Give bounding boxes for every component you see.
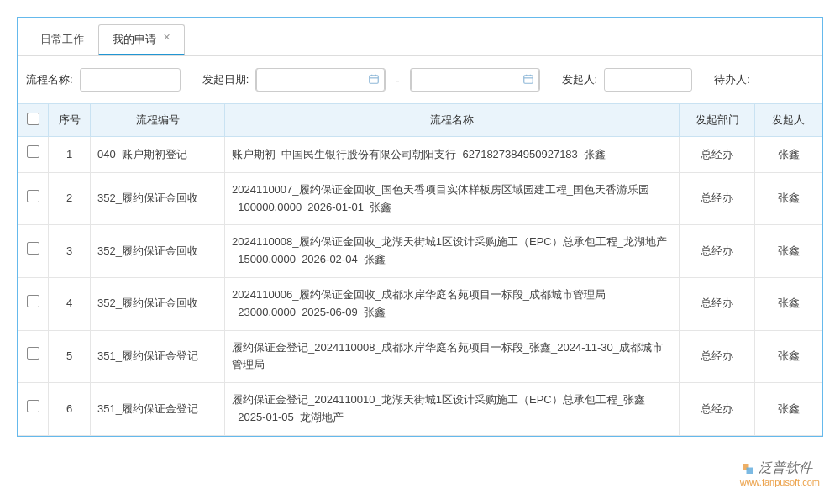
start-date-from-input[interactable] — [256, 68, 385, 92]
cell-person: 张鑫 — [755, 172, 822, 225]
tab-bar: 日常工作 我的申请 ✕ — [18, 18, 822, 56]
cell-seq: 6 — [49, 383, 91, 436]
cell-name: 2024110007_履约保证金回收_国色天香项目实体样板房区域园建工程_国色天… — [225, 172, 680, 225]
row-checkbox-cell — [18, 137, 49, 173]
table-row[interactable]: 4352_履约保证金回收2024110006_履约保证金回收_成都水岸华庭名苑项… — [18, 277, 822, 330]
cell-person: 张鑫 — [755, 137, 822, 173]
start-date-to-group[interactable] — [410, 68, 540, 92]
table-row[interactable]: 5351_履约保证金登记履约保证金登记_2024110008_成都水岸华庭名苑项… — [18, 330, 822, 383]
process-name-input[interactable] — [80, 68, 181, 92]
table-row[interactable]: 2352_履约保证金回收2024110007_履约保证金回收_国色天香项目实体样… — [18, 172, 822, 225]
cell-seq: 5 — [49, 330, 91, 383]
calendar-icon[interactable] — [368, 73, 380, 87]
cell-person: 张鑫 — [755, 225, 822, 278]
cell-code: 351_履约保证金登记 — [91, 330, 225, 383]
initiator-label: 发起人: — [562, 72, 598, 87]
cell-dept: 总经办 — [680, 225, 755, 278]
cell-dept: 总经办 — [680, 277, 755, 330]
select-all-checkbox[interactable] — [27, 113, 39, 125]
cell-code: 352_履约保证金回收 — [91, 172, 225, 225]
cell-name: 履约保证金登记_2024110008_成都水岸华庭名苑项目一标段_张鑫_2024… — [225, 330, 680, 383]
tab-label: 日常工作 — [40, 33, 84, 45]
filter-bar: 流程名称: 发起日期: - 发起人: 待办人: — [18, 56, 822, 103]
table-row[interactable]: 6351_履约保证金登记履约保证金登记_2024110010_龙湖天街城1区设计… — [18, 383, 822, 436]
table-row[interactable]: 3352_履约保证金回收2024110008_履约保证金回收_龙湖天街城1区设计… — [18, 225, 822, 278]
cell-seq: 3 — [49, 225, 91, 278]
header-seq[interactable]: 序号 — [49, 104, 91, 137]
start-date-label: 发起日期: — [202, 72, 249, 87]
cell-person: 张鑫 — [755, 277, 822, 330]
cell-dept: 总经办 — [680, 137, 755, 173]
date-separator: - — [396, 74, 399, 87]
start-date-to-input[interactable] — [411, 68, 539, 92]
row-checkbox[interactable] — [27, 347, 39, 360]
start-date-from-group[interactable] — [255, 68, 386, 92]
row-checkbox[interactable] — [27, 190, 39, 202]
header-checkbox-cell — [18, 104, 49, 137]
tab-my-applications[interactable]: 我的申请 ✕ — [98, 24, 185, 55]
cell-seq: 4 — [49, 277, 91, 330]
initiator-input[interactable] — [604, 68, 692, 92]
header-code[interactable]: 流程编号 — [91, 104, 225, 137]
cell-person: 张鑫 — [755, 383, 822, 436]
tab-daily-work[interactable]: 日常工作 — [26, 24, 98, 55]
cell-code: 352_履约保证金回收 — [91, 277, 225, 330]
cell-code: 040_账户期初登记 — [91, 137, 225, 173]
cell-name: 2024110006_履约保证金回收_成都水岸华庭名苑项目一标段_成都城市管理局… — [225, 277, 680, 330]
table-header-row: 序号 流程编号 流程名称 发起部门 发起人 — [18, 104, 822, 137]
row-checkbox-cell — [18, 225, 49, 278]
header-name[interactable]: 流程名称 — [225, 104, 680, 137]
row-checkbox[interactable] — [27, 400, 39, 412]
row-checkbox[interactable] — [27, 242, 39, 255]
close-icon[interactable]: ✕ — [163, 32, 171, 42]
cell-seq: 1 — [49, 137, 91, 173]
header-dept[interactable]: 发起部门 — [680, 104, 755, 137]
cell-dept: 总经办 — [680, 172, 755, 225]
cell-name: 履约保证金登记_2024110010_龙湖天街城1区设计采购施工（EPC）总承包… — [225, 383, 680, 436]
row-checkbox[interactable] — [27, 295, 39, 307]
row-checkbox-cell — [18, 172, 49, 225]
cell-dept: 总经办 — [680, 383, 755, 436]
row-checkbox-cell — [18, 330, 49, 383]
process-name-label: 流程名称: — [26, 72, 73, 87]
tab-label: 我的申请 — [113, 33, 156, 45]
main-panel: 日常工作 我的申请 ✕ 流程名称: 发起日期: - 发起人: 待办人: — [17, 17, 823, 437]
header-person[interactable]: 发起人 — [755, 104, 822, 137]
cell-person: 张鑫 — [755, 330, 822, 383]
svg-rect-0 — [370, 75, 379, 82]
process-table: 序号 流程编号 流程名称 发起部门 发起人 1040_账户期初登记账户期初_中国… — [18, 103, 822, 436]
svg-rect-4 — [523, 75, 533, 82]
handler-label: 待办人: — [714, 72, 750, 87]
cell-dept: 总经办 — [680, 330, 755, 383]
cell-name: 2024110008_履约保证金回收_龙湖天街城1区设计采购施工（EPC）总承包… — [225, 225, 680, 278]
cell-code: 351_履约保证金登记 — [91, 383, 225, 436]
row-checkbox[interactable] — [27, 145, 39, 158]
row-checkbox-cell — [18, 383, 49, 436]
calendar-icon[interactable] — [522, 73, 534, 87]
row-checkbox-cell — [18, 277, 49, 330]
table-row[interactable]: 1040_账户期初登记账户期初_中国民生银行股份有限公司朝阳支行_6271827… — [18, 137, 822, 173]
cell-code: 352_履约保证金回收 — [91, 225, 225, 278]
cell-seq: 2 — [49, 172, 91, 225]
cell-name: 账户期初_中国民生银行股份有限公司朝阳支行_627182738495092718… — [225, 137, 680, 173]
